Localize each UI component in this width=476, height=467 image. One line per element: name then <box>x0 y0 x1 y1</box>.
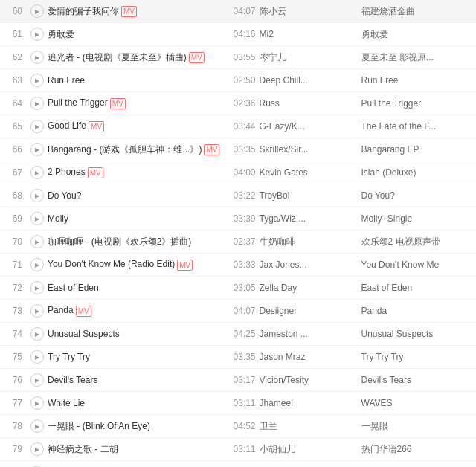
track-album[interactable]: 欢乐颂2 电视原声带 <box>361 236 474 248</box>
track-row: 66▶Bangarang - (游戏《孤胆车神：维...》)MV03:35Skr… <box>0 138 476 161</box>
play-button[interactable]: ▶ <box>30 189 44 202</box>
track-album[interactable]: Run Free <box>361 75 474 86</box>
track-album[interactable]: 福建烧酒金曲 <box>361 5 474 18</box>
track-duration: 03:39 <box>230 213 260 224</box>
track-artist[interactable]: Mi2 <box>260 29 361 39</box>
track-artist[interactable]: Deep Chill... <box>260 75 361 86</box>
track-title[interactable]: 爱情的骗子我问你MV <box>48 5 230 18</box>
track-artist[interactable]: 小胡仙儿 <box>260 443 361 456</box>
track-album[interactable]: WAVES <box>361 398 474 408</box>
play-button[interactable]: ▶ <box>30 419 44 433</box>
track-number: 65 <box>3 121 27 132</box>
track-title[interactable]: Do You? <box>48 190 230 201</box>
mv-icon[interactable]: MV <box>110 98 126 109</box>
play-button-col: ▶ <box>27 258 48 271</box>
track-title[interactable]: Molly <box>48 213 230 224</box>
track-title[interactable]: Unusual Suspects <box>48 329 230 339</box>
track-row: 61▶勇敢爱04:16Mi2勇敢爱 <box>0 23 476 46</box>
play-button[interactable]: ▶ <box>30 396 44 410</box>
track-title[interactable]: 一晃眼 - (Blink Of An Eye) <box>48 420 230 433</box>
track-artist[interactable]: TroyBoi <box>260 190 361 201</box>
track-album[interactable]: Panda <box>361 306 474 316</box>
track-number: 67 <box>3 167 27 178</box>
track-album[interactable]: 一晃眼 <box>361 420 474 433</box>
track-title[interactable]: Bangarang - (游戏《孤胆车神：维...》)MV <box>48 144 230 156</box>
track-album[interactable]: Pull the Trigger <box>361 98 474 109</box>
track-title[interactable]: Try Try Try <box>48 352 230 362</box>
track-title[interactable]: East of Eden <box>48 283 230 293</box>
mv-icon[interactable]: MV <box>76 306 91 317</box>
track-album[interactable]: Do You? <box>361 190 474 201</box>
track-album[interactable]: 勇敢爱 <box>361 28 474 41</box>
play-button[interactable]: ▶ <box>30 350 44 364</box>
track-artist[interactable]: Tyga/Wiz ... <box>260 213 361 224</box>
track-album[interactable]: Bangarang EP <box>361 144 474 155</box>
track-row: 67▶2 PhonesMV04:00Kevin GatesIslah (Delu… <box>0 161 476 184</box>
track-title[interactable]: You Don't Know Me (Radio Edit)MV <box>48 259 230 270</box>
track-artist[interactable]: 岑宁儿 <box>260 51 361 64</box>
track-artist[interactable]: Kevin Gates <box>260 167 361 178</box>
track-album[interactable]: Devil's Tears <box>361 375 474 385</box>
play-button[interactable]: ▶ <box>30 4 44 18</box>
track-title[interactable]: 勇敢爱 <box>48 28 230 41</box>
play-button[interactable]: ▶ <box>30 166 44 179</box>
track-album[interactable]: The Fate of the F... <box>361 121 474 132</box>
play-button[interactable]: ▶ <box>30 373 44 387</box>
play-button[interactable]: ▶ <box>30 28 44 41</box>
play-button-col: ▶ <box>27 396 48 410</box>
play-button[interactable]: ▶ <box>30 143 44 156</box>
track-title[interactable]: Run Free <box>48 75 230 86</box>
mv-icon[interactable]: MV <box>177 260 193 271</box>
mv-icon[interactable]: MV <box>89 121 104 132</box>
track-artist[interactable]: 陈小云 <box>260 5 361 18</box>
track-artist[interactable]: Jason Mraz <box>260 352 361 362</box>
track-album[interactable]: You Don't Know Me <box>361 260 474 270</box>
track-title[interactable]: Good LifeMV <box>48 120 230 132</box>
track-title[interactable]: 神经病之歌 - 二胡 <box>48 443 230 456</box>
track-album[interactable]: 夏至未至 影视原... <box>361 51 474 64</box>
play-button[interactable]: ▶ <box>30 51 44 64</box>
track-row: 68▶Do You?03:22TroyBoiDo You? <box>0 184 476 207</box>
track-artist[interactable]: Jax Jones... <box>260 260 361 270</box>
track-title[interactable]: Pull the TriggerMV <box>48 97 230 109</box>
track-artist[interactable]: Vicion/Tesity <box>260 375 361 385</box>
mv-icon[interactable]: MV <box>189 52 205 63</box>
track-duration: 03:05 <box>230 283 260 293</box>
track-artist[interactable]: Zella Day <box>260 283 361 293</box>
play-button[interactable]: ▶ <box>30 327 44 341</box>
track-artist[interactable]: Jhameel <box>260 398 361 408</box>
track-album[interactable]: Unusual Suspects <box>361 329 474 339</box>
track-artist[interactable]: Skrillex/Sir... <box>260 144 361 155</box>
play-button[interactable]: ▶ <box>30 212 44 225</box>
play-button[interactable]: ▶ <box>30 97 44 110</box>
track-artist[interactable]: Jameston ... <box>260 329 361 339</box>
play-button[interactable]: ▶ <box>30 235 44 248</box>
play-button[interactable]: ▶ <box>30 120 44 133</box>
mv-icon[interactable]: MV <box>121 6 137 17</box>
play-button[interactable]: ▶ <box>30 304 44 318</box>
track-artist[interactable]: G-Eazy/K... <box>260 121 361 132</box>
track-title[interactable]: 追光者 - (电视剧《夏至未至》插曲)MV <box>48 51 230 64</box>
play-button[interactable]: ▶ <box>30 258 44 271</box>
track-album[interactable]: 热门华语266 <box>361 443 474 456</box>
track-title[interactable]: PandaMV <box>48 305 230 316</box>
track-title[interactable]: 咖喱咖喱 - (电视剧《欢乐颂2》插曲) <box>48 236 230 248</box>
track-artist[interactable]: 卫兰 <box>260 420 361 433</box>
track-album[interactable]: East of Eden <box>361 283 474 293</box>
track-title[interactable]: White Lie <box>48 398 230 408</box>
track-album[interactable]: Islah (Deluxe) <box>361 167 474 178</box>
play-button[interactable]: ▶ <box>30 74 44 87</box>
track-album[interactable]: Try Try Try <box>361 352 474 362</box>
track-album[interactable]: Molly- Single <box>361 213 474 224</box>
track-artist[interactable]: Desiigner <box>260 306 361 316</box>
mv-icon[interactable]: MV <box>88 167 103 178</box>
track-row: 70▶咖喱咖喱 - (电视剧《欢乐颂2》插曲)02:37牛奶咖啡欢乐颂2 电视原… <box>0 231 476 254</box>
play-button[interactable]: ▶ <box>30 442 44 456</box>
mv-icon[interactable]: MV <box>204 144 219 155</box>
track-artist[interactable]: 牛奶咖啡 <box>260 236 361 248</box>
track-number: 69 <box>3 213 27 224</box>
track-artist[interactable]: Russ <box>260 98 361 109</box>
track-title[interactable]: Devil's Tears <box>48 375 230 385</box>
play-button[interactable]: ▶ <box>30 281 44 294</box>
track-title[interactable]: 2 PhonesMV <box>48 167 230 178</box>
